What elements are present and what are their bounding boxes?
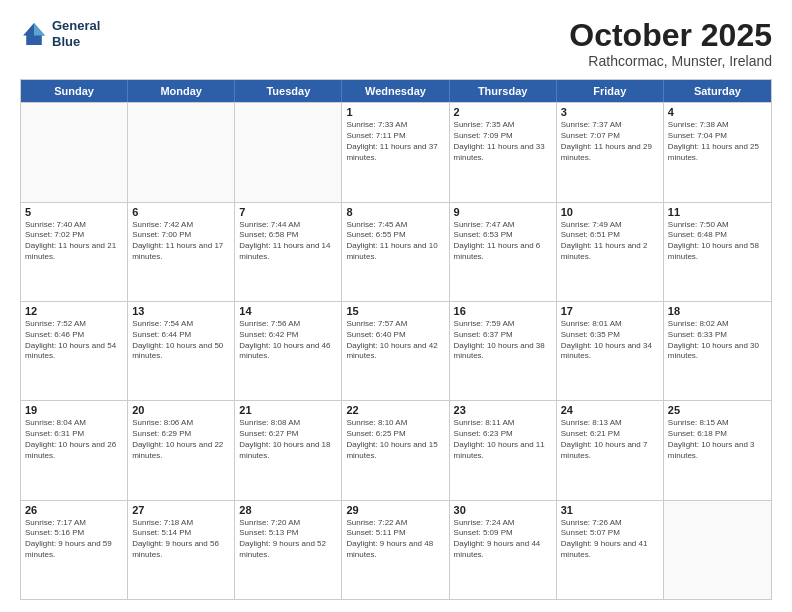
day-number: 25 xyxy=(668,404,767,416)
cell-info: Sunrise: 7:52 AMSunset: 6:46 PMDaylight:… xyxy=(25,319,123,362)
day-number: 10 xyxy=(561,206,659,218)
day-number: 29 xyxy=(346,504,444,516)
calendar-cell: 22Sunrise: 8:10 AMSunset: 6:25 PMDayligh… xyxy=(342,401,449,499)
calendar-cell: 26Sunrise: 7:17 AMSunset: 5:16 PMDayligh… xyxy=(21,501,128,599)
day-number: 22 xyxy=(346,404,444,416)
cell-info: Sunrise: 7:45 AMSunset: 6:55 PMDaylight:… xyxy=(346,220,444,263)
cell-info: Sunrise: 7:49 AMSunset: 6:51 PMDaylight:… xyxy=(561,220,659,263)
header-day-sunday: Sunday xyxy=(21,80,128,102)
cell-info: Sunrise: 7:33 AMSunset: 7:11 PMDaylight:… xyxy=(346,120,444,163)
calendar-cell xyxy=(128,103,235,201)
cell-info: Sunrise: 7:40 AMSunset: 7:02 PMDaylight:… xyxy=(25,220,123,263)
cell-info: Sunrise: 7:59 AMSunset: 6:37 PMDaylight:… xyxy=(454,319,552,362)
calendar-cell: 3Sunrise: 7:37 AMSunset: 7:07 PMDaylight… xyxy=(557,103,664,201)
day-number: 1 xyxy=(346,106,444,118)
calendar-row-3: 12Sunrise: 7:52 AMSunset: 6:46 PMDayligh… xyxy=(21,301,771,400)
cell-info: Sunrise: 8:01 AMSunset: 6:35 PMDaylight:… xyxy=(561,319,659,362)
header: General Blue October 2025 Rathcormac, Mu… xyxy=(20,18,772,69)
calendar-cell: 5Sunrise: 7:40 AMSunset: 7:02 PMDaylight… xyxy=(21,203,128,301)
calendar-header: SundayMondayTuesdayWednesdayThursdayFrid… xyxy=(21,80,771,102)
calendar-row-5: 26Sunrise: 7:17 AMSunset: 5:16 PMDayligh… xyxy=(21,500,771,599)
calendar-cell: 31Sunrise: 7:26 AMSunset: 5:07 PMDayligh… xyxy=(557,501,664,599)
month-title: October 2025 xyxy=(569,18,772,53)
day-number: 30 xyxy=(454,504,552,516)
calendar-cell xyxy=(235,103,342,201)
header-day-wednesday: Wednesday xyxy=(342,80,449,102)
calendar-row-2: 5Sunrise: 7:40 AMSunset: 7:02 PMDaylight… xyxy=(21,202,771,301)
cell-info: Sunrise: 8:02 AMSunset: 6:33 PMDaylight:… xyxy=(668,319,767,362)
day-number: 27 xyxy=(132,504,230,516)
page: General Blue October 2025 Rathcormac, Mu… xyxy=(0,0,792,612)
header-day-monday: Monday xyxy=(128,80,235,102)
cell-info: Sunrise: 8:06 AMSunset: 6:29 PMDaylight:… xyxy=(132,418,230,461)
day-number: 19 xyxy=(25,404,123,416)
cell-info: Sunrise: 7:44 AMSunset: 6:58 PMDaylight:… xyxy=(239,220,337,263)
day-number: 13 xyxy=(132,305,230,317)
logo-line2: Blue xyxy=(52,34,100,50)
calendar-cell: 13Sunrise: 7:54 AMSunset: 6:44 PMDayligh… xyxy=(128,302,235,400)
day-number: 16 xyxy=(454,305,552,317)
logo-text: General Blue xyxy=(52,18,100,49)
cell-info: Sunrise: 7:20 AMSunset: 5:13 PMDaylight:… xyxy=(239,518,337,561)
calendar-cell: 16Sunrise: 7:59 AMSunset: 6:37 PMDayligh… xyxy=(450,302,557,400)
day-number: 26 xyxy=(25,504,123,516)
day-number: 6 xyxy=(132,206,230,218)
cell-info: Sunrise: 8:04 AMSunset: 6:31 PMDaylight:… xyxy=(25,418,123,461)
cell-info: Sunrise: 7:57 AMSunset: 6:40 PMDaylight:… xyxy=(346,319,444,362)
calendar-row-4: 19Sunrise: 8:04 AMSunset: 6:31 PMDayligh… xyxy=(21,400,771,499)
day-number: 23 xyxy=(454,404,552,416)
day-number: 2 xyxy=(454,106,552,118)
logo: General Blue xyxy=(20,18,100,49)
calendar: SundayMondayTuesdayWednesdayThursdayFrid… xyxy=(20,79,772,600)
calendar-row-1: 1Sunrise: 7:33 AMSunset: 7:11 PMDaylight… xyxy=(21,102,771,201)
day-number: 4 xyxy=(668,106,767,118)
day-number: 11 xyxy=(668,206,767,218)
calendar-cell: 30Sunrise: 7:24 AMSunset: 5:09 PMDayligh… xyxy=(450,501,557,599)
day-number: 20 xyxy=(132,404,230,416)
logo-icon xyxy=(20,20,48,48)
calendar-cell xyxy=(21,103,128,201)
calendar-cell: 8Sunrise: 7:45 AMSunset: 6:55 PMDaylight… xyxy=(342,203,449,301)
cell-info: Sunrise: 7:24 AMSunset: 5:09 PMDaylight:… xyxy=(454,518,552,561)
cell-info: Sunrise: 7:35 AMSunset: 7:09 PMDaylight:… xyxy=(454,120,552,163)
calendar-cell: 24Sunrise: 8:13 AMSunset: 6:21 PMDayligh… xyxy=(557,401,664,499)
title-block: October 2025 Rathcormac, Munster, Irelan… xyxy=(569,18,772,69)
calendar-body: 1Sunrise: 7:33 AMSunset: 7:11 PMDaylight… xyxy=(21,102,771,599)
cell-info: Sunrise: 8:11 AMSunset: 6:23 PMDaylight:… xyxy=(454,418,552,461)
cell-info: Sunrise: 8:10 AMSunset: 6:25 PMDaylight:… xyxy=(346,418,444,461)
header-day-thursday: Thursday xyxy=(450,80,557,102)
logo-line1: General xyxy=(52,18,100,34)
calendar-cell: 18Sunrise: 8:02 AMSunset: 6:33 PMDayligh… xyxy=(664,302,771,400)
day-number: 8 xyxy=(346,206,444,218)
cell-info: Sunrise: 7:17 AMSunset: 5:16 PMDaylight:… xyxy=(25,518,123,561)
calendar-cell: 11Sunrise: 7:50 AMSunset: 6:48 PMDayligh… xyxy=(664,203,771,301)
calendar-cell: 25Sunrise: 8:15 AMSunset: 6:18 PMDayligh… xyxy=(664,401,771,499)
calendar-cell: 23Sunrise: 8:11 AMSunset: 6:23 PMDayligh… xyxy=(450,401,557,499)
calendar-cell: 15Sunrise: 7:57 AMSunset: 6:40 PMDayligh… xyxy=(342,302,449,400)
calendar-cell: 19Sunrise: 8:04 AMSunset: 6:31 PMDayligh… xyxy=(21,401,128,499)
day-number: 3 xyxy=(561,106,659,118)
day-number: 21 xyxy=(239,404,337,416)
day-number: 18 xyxy=(668,305,767,317)
cell-info: Sunrise: 7:47 AMSunset: 6:53 PMDaylight:… xyxy=(454,220,552,263)
day-number: 5 xyxy=(25,206,123,218)
cell-info: Sunrise: 7:37 AMSunset: 7:07 PMDaylight:… xyxy=(561,120,659,163)
calendar-cell xyxy=(664,501,771,599)
day-number: 31 xyxy=(561,504,659,516)
day-number: 9 xyxy=(454,206,552,218)
day-number: 24 xyxy=(561,404,659,416)
cell-info: Sunrise: 7:56 AMSunset: 6:42 PMDaylight:… xyxy=(239,319,337,362)
calendar-cell: 2Sunrise: 7:35 AMSunset: 7:09 PMDaylight… xyxy=(450,103,557,201)
cell-info: Sunrise: 7:38 AMSunset: 7:04 PMDaylight:… xyxy=(668,120,767,163)
calendar-cell: 7Sunrise: 7:44 AMSunset: 6:58 PMDaylight… xyxy=(235,203,342,301)
calendar-cell: 27Sunrise: 7:18 AMSunset: 5:14 PMDayligh… xyxy=(128,501,235,599)
cell-info: Sunrise: 7:18 AMSunset: 5:14 PMDaylight:… xyxy=(132,518,230,561)
day-number: 14 xyxy=(239,305,337,317)
cell-info: Sunrise: 7:50 AMSunset: 6:48 PMDaylight:… xyxy=(668,220,767,263)
svg-marker-1 xyxy=(34,23,45,35)
calendar-cell: 9Sunrise: 7:47 AMSunset: 6:53 PMDaylight… xyxy=(450,203,557,301)
calendar-cell: 28Sunrise: 7:20 AMSunset: 5:13 PMDayligh… xyxy=(235,501,342,599)
cell-info: Sunrise: 7:42 AMSunset: 7:00 PMDaylight:… xyxy=(132,220,230,263)
day-number: 7 xyxy=(239,206,337,218)
calendar-cell: 1Sunrise: 7:33 AMSunset: 7:11 PMDaylight… xyxy=(342,103,449,201)
